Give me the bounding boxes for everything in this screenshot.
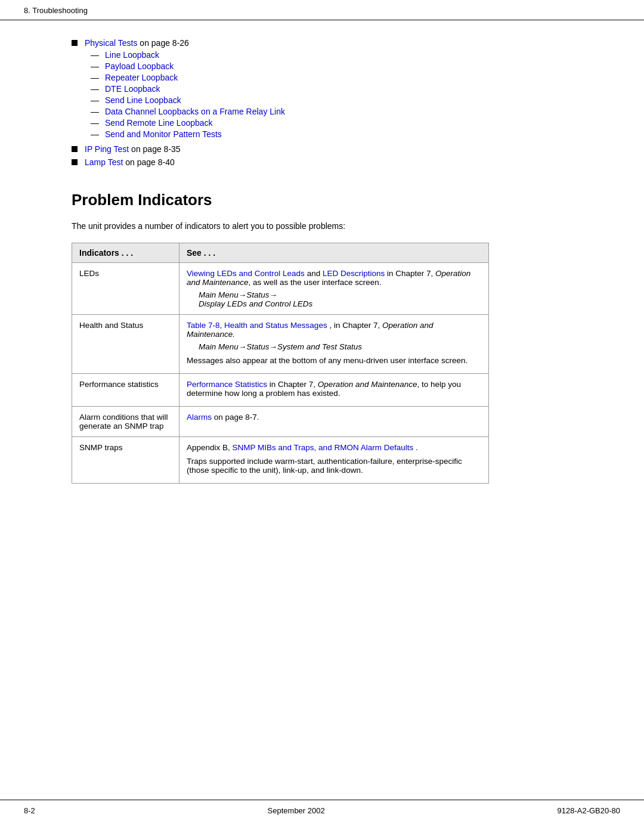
table-cell-indicator: Alarm conditions that will generate an S… — [72, 407, 179, 437]
table-cell-see: Performance Statistics in Chapter 7, Ope… — [179, 374, 489, 407]
bullet-list: Physical Tests on page 8-26 — Line Loopb… — [72, 38, 596, 167]
table-row: LEDs Viewing LEDs and Control Leads and … — [72, 263, 489, 315]
cell-italic: Main Menu→Status→ — [199, 290, 277, 299]
payload-loopback-link[interactable]: Payload Loopback — [105, 61, 174, 71]
cell-content-2: Traps supported include warm-start, auth… — [187, 457, 481, 475]
cell-content: Appendix B, SNMP MIBs and Traps, and RMO… — [187, 443, 481, 452]
lamp-test-link[interactable]: Lamp Test — [85, 157, 123, 167]
sub-list: — Line Loopback — Payload Loopback — Rep… — [85, 50, 285, 139]
physical-tests-link[interactable]: Physical Tests — [85, 38, 137, 48]
bullet-square-icon — [72, 146, 78, 152]
dash-icon: — — [91, 50, 99, 60]
section-heading: Problem Indicators — [72, 191, 596, 209]
snmp-mibs-link[interactable]: SNMP MIBs and Traps, and RMON Alarm Defa… — [233, 443, 414, 452]
indicators-table: Indicators . . . See . . . LEDs Viewing … — [72, 243, 489, 484]
dash-icon: — — [91, 107, 99, 116]
send-remote-line-loopback-link[interactable]: Send Remote Line Loopback — [105, 118, 213, 128]
cell-content-2: Messages also appear at the bottom of an… — [187, 356, 481, 365]
sub-item: — DTE Loopback — [85, 84, 285, 94]
cell-indent: Main Menu→Status→System and Test Status — [199, 342, 481, 351]
table-cell-see: Alarms on page 8-7. — [179, 407, 489, 437]
table-col2-header: See . . . — [179, 243, 489, 263]
cell-text-and: and — [307, 269, 323, 278]
table-cell-indicator: Performance statistics — [72, 374, 179, 407]
ip-ping-test-link[interactable]: IP Ping Test — [85, 144, 129, 154]
cell-text-period: . — [416, 443, 418, 452]
cell-content: Table 7-8, Health and Status Messages , … — [187, 321, 481, 339]
dash-icon: — — [91, 118, 99, 128]
table-cell-indicator: Health and Status — [72, 315, 179, 374]
send-monitor-pattern-tests-link[interactable]: Send and Monitor Pattern Tests — [105, 129, 222, 139]
cell-italic-2: Display LEDs and Control LEDs — [199, 299, 312, 308]
bullet-square-icon — [72, 159, 78, 165]
page-footer: 8-2 September 2002 9128-A2-GB20-80 — [0, 800, 644, 821]
footer-right: 9128-A2-GB20-80 — [557, 806, 620, 815]
main-content: Physical Tests on page 8-26 — Line Loopb… — [0, 20, 644, 531]
sub-item: — Repeater Loopback — [85, 73, 285, 82]
table-row: Performance statistics Performance Stati… — [72, 374, 489, 407]
list-item: Physical Tests on page 8-26 — Line Loopb… — [72, 38, 596, 141]
lamp-test-suffix: on page 8-40 — [125, 157, 175, 167]
bullet-square-icon — [72, 40, 78, 46]
dte-loopback-link[interactable]: DTE Loopback — [105, 84, 160, 94]
cell-content: Performance Statistics in Chapter 7, Ope… — [187, 380, 481, 398]
alarms-link[interactable]: Alarms — [187, 413, 212, 422]
table-cell-see: Table 7-8, Health and Status Messages , … — [179, 315, 489, 374]
ip-ping-test-suffix: on page 8-35 — [131, 144, 181, 154]
table-cell-see: Appendix B, SNMP MIBs and Traps, and RMO… — [179, 437, 489, 484]
line-loopback-link[interactable]: Line Loopback — [105, 50, 159, 60]
physical-tests-suffix: on page 8-26 — [140, 38, 189, 48]
dash-icon: — — [91, 73, 99, 82]
send-line-loopback-link[interactable]: Send Line Loopback — [105, 95, 181, 105]
table-cell-indicator: LEDs — [72, 263, 179, 315]
repeater-loopback-link[interactable]: Repeater Loopback — [105, 73, 178, 82]
sub-item: — Send Remote Line Loopback — [85, 118, 285, 128]
table-cell-indicator: SNMP traps — [72, 437, 179, 484]
table-row: SNMP traps Appendix B, SNMP MIBs and Tra… — [72, 437, 489, 484]
led-descriptions-link[interactable]: LED Descriptions — [323, 269, 385, 278]
data-channel-loopbacks-link[interactable]: Data Channel Loopbacks on a Frame Relay … — [105, 107, 285, 116]
cell-content: Alarms on page 8-7. — [187, 413, 481, 422]
dash-icon: — — [91, 95, 99, 105]
sub-item: — Line Loopback — [85, 50, 285, 60]
list-item-content: Physical Tests on page 8-26 — Line Loopb… — [85, 38, 285, 141]
cell-indent: Main Menu→Status→ Display LEDs and Contr… — [199, 290, 481, 308]
table-row: Alarm conditions that will generate an S… — [72, 407, 489, 437]
page-header: 8. Troubleshooting — [0, 0, 644, 20]
cell-text-page: on page 8-7. — [214, 413, 259, 422]
list-item-content: IP Ping Test on page 8-35 — [85, 144, 181, 154]
footer-left: 8-2 — [24, 806, 35, 815]
list-item: IP Ping Test on page 8-35 — [72, 144, 596, 154]
table-row: Health and Status Table 7-8, Health and … — [72, 315, 489, 374]
dash-icon: — — [91, 84, 99, 94]
sub-item: — Data Channel Loopbacks on a Frame Rela… — [85, 107, 285, 116]
page-container: 8. Troubleshooting Physical Tests on pag… — [0, 0, 644, 833]
section-intro: The unit provides a number of indicators… — [72, 221, 596, 231]
table-cell-see: Viewing LEDs and Control Leads and LED D… — [179, 263, 489, 315]
dash-icon: — — [91, 129, 99, 139]
dash-icon: — — [91, 61, 99, 71]
list-item: Lamp Test on page 8-40 — [72, 157, 596, 167]
list-item-content: Lamp Test on page 8-40 — [85, 157, 175, 167]
performance-statistics-link[interactable]: Performance Statistics — [187, 380, 267, 389]
sub-item: — Send and Monitor Pattern Tests — [85, 129, 285, 139]
table-col1-header: Indicators . . . — [72, 243, 179, 263]
viewing-leds-link[interactable]: Viewing LEDs and Control Leads — [187, 269, 305, 278]
cell-italic: Main Menu→Status→System and Test Status — [199, 342, 362, 351]
sub-item: — Payload Loopback — [85, 61, 285, 71]
health-status-messages-link[interactable]: Table 7-8, Health and Status Messages — [187, 321, 327, 330]
footer-center: September 2002 — [268, 806, 325, 815]
cell-text-appendix: Appendix B, — [187, 443, 233, 452]
header-text: 8. Troubleshooting — [24, 6, 88, 15]
cell-content: Viewing LEDs and Control Leads and LED D… — [187, 269, 481, 287]
sub-item: — Send Line Loopback — [85, 95, 285, 105]
